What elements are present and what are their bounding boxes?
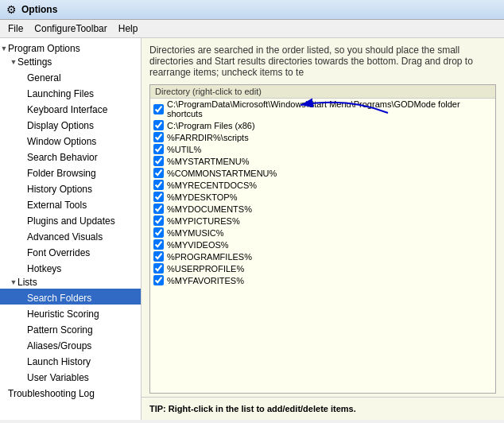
sidebar-item-history-options[interactable]: History Options (0, 180, 141, 196)
directory-item[interactable]: %MYVIDEOS% (150, 239, 495, 250)
item-label: Keyboard Interface (27, 104, 107, 115)
directory-item[interactable]: %PROGRAMFILES% (150, 250, 495, 262)
directory-items-container: C:\ProgramData\Microsoft\Windows\Start M… (150, 99, 495, 286)
dir-checkbox[interactable] (153, 192, 164, 202)
sidebar-item-troubleshooting-log[interactable]: Troubleshooting Log (0, 384, 141, 400)
dir-path: %MYMUSIC% (167, 228, 224, 238)
title-bar-text: Options (21, 4, 57, 15)
dir-checkbox[interactable] (153, 144, 164, 154)
dir-checkbox[interactable] (153, 275, 164, 285)
sidebar-item-launching-files[interactable]: Launching Files (0, 84, 141, 100)
sidebar-item-hotkeys[interactable]: Hotkeys (0, 259, 141, 275)
dir-path: %MYFAVORITES% (167, 276, 244, 285)
dir-checkbox[interactable] (153, 180, 164, 190)
sidebar-item-display-options[interactable]: Display Options (0, 116, 141, 132)
item-label: Search Behavior (27, 152, 98, 163)
item-label: Settings (17, 56, 52, 68)
content-area: Directories are searched in the order li… (142, 38, 504, 420)
tip-bar: TIP: Right-click in the list to add/edit… (142, 397, 504, 420)
item-label: Lists (17, 277, 37, 288)
sidebar-item-launch-history[interactable]: Launch History (0, 352, 141, 368)
sidebar-item-program-options[interactable]: ▼Program Options (0, 41, 141, 55)
title-bar: ⚙ Options (0, 0, 504, 20)
dir-path: %FARRDIR%\scripts (167, 133, 249, 142)
item-label: Plugins and Updates (27, 215, 115, 227)
sidebar-item-general[interactable]: General (0, 68, 141, 84)
item-label: Folder Browsing (27, 168, 96, 179)
sidebar-item-pattern-scoring[interactable]: Pattern Scoring (0, 320, 141, 336)
dir-path: %MYDOCUMENTS% (167, 204, 252, 214)
dir-checkbox[interactable] (153, 132, 164, 142)
item-label: General (27, 72, 61, 83)
dir-path: %MYDESKTOP% (167, 192, 237, 202)
item-label: Launching Files (27, 88, 94, 99)
directory-item[interactable]: %MYDESKTOP% (150, 191, 495, 203)
item-label: Launch History (27, 356, 91, 367)
dir-checkbox[interactable] (153, 215, 164, 226)
directory-item[interactable]: %COMMONSTARTMENU% (150, 167, 495, 179)
item-label: Pattern Scoring (27, 324, 93, 336)
tip-text: TIP: Right-click in the list to add/edit… (149, 404, 356, 413)
sidebar-item-keyboard-interface[interactable]: Keyboard Interface (0, 100, 141, 116)
dir-path: %MYSTARTMENU% (167, 157, 250, 166)
sidebar-item-folder-browsing[interactable]: Folder Browsing (0, 164, 141, 180)
sidebar-item-external-tools[interactable]: External Tools (0, 196, 141, 212)
dir-path: C:\ProgramData\Microsoft\Windows\Start M… (167, 99, 492, 118)
sidebar-item-window-options[interactable]: Window Options (0, 132, 141, 148)
expander-icon: ▼ (10, 278, 17, 286)
item-label: External Tools (27, 200, 87, 211)
sidebar-item-settings[interactable]: ▼Settings (0, 55, 141, 68)
dir-checkbox[interactable] (153, 263, 164, 274)
dir-path: %MYVIDEOS% (167, 240, 229, 250)
directory-item[interactable]: %FARRDIR%\scripts (150, 131, 495, 143)
menu-help[interactable]: Help (114, 21, 143, 36)
item-label: Search Folders (27, 293, 91, 304)
item-label: Heuristic Scoring (27, 309, 99, 320)
expander-icon: ▼ (10, 58, 17, 66)
sidebar-item-plugins-updates[interactable]: Plugins and Updates (0, 212, 141, 227)
item-label: History Options (27, 184, 92, 195)
dir-checkbox[interactable] (153, 168, 164, 178)
item-label: Font Overrides (27, 247, 90, 258)
directory-item[interactable]: C:\ProgramData\Microsoft\Windows\Start M… (150, 99, 495, 119)
dir-checkbox[interactable] (153, 204, 164, 214)
dir-path: %COMMONSTARTMENU% (167, 169, 277, 178)
directory-item[interactable]: %UTIL% (150, 143, 495, 155)
dir-checkbox[interactable] (153, 251, 164, 262)
sidebar-item-lists[interactable]: ▼Lists (0, 275, 141, 289)
directory-item[interactable]: %MYRECENTDOCS% (150, 179, 495, 191)
item-label: User Variables (27, 372, 89, 383)
directory-item[interactable]: %MYSTARTMENU% (150, 155, 495, 167)
menu-file[interactable]: File (3, 21, 28, 36)
sidebar-item-aliases-groups[interactable]: Aliases/Groups (0, 336, 141, 352)
directory-item[interactable]: %MYDOCUMENTS% (150, 203, 495, 215)
sidebar: ▼Program Options▼Settings General Launch… (0, 38, 142, 420)
dir-path: %UTIL% (167, 145, 201, 154)
title-bar-icon: ⚙ (6, 3, 17, 16)
dir-checkbox[interactable] (153, 156, 164, 166)
sidebar-item-heuristic-scoring[interactable]: Heuristic Scoring (0, 305, 141, 320)
menu-bar: File ConfigureToolbar Help (0, 20, 504, 38)
item-label: Window Options (27, 136, 96, 147)
sidebar-item-search-folders[interactable]: Search Folders (0, 289, 141, 305)
directory-item[interactable]: C:\Program Files (x86) (150, 119, 495, 131)
item-label: Hotkeys (27, 263, 61, 274)
sidebar-item-font-overrides[interactable]: Font Overrides (0, 243, 141, 259)
directory-item[interactable]: %USERPROFILE% (150, 262, 495, 274)
sidebar-item-advanced-visuals[interactable]: Advanced Visuals (0, 227, 141, 243)
directory-item[interactable]: %MYPICTURES% (150, 215, 495, 227)
directory-list-container: Directory (right-click to edit) C:\Progr… (149, 84, 496, 394)
dir-checkbox[interactable] (153, 104, 164, 114)
content-header: Directories are searched in the order li… (142, 38, 504, 81)
dir-checkbox[interactable] (153, 227, 164, 238)
directory-item[interactable]: %MYFAVORITES% (150, 274, 495, 286)
content-wrapper: Directory (right-click to edit) C:\Progr… (142, 81, 504, 397)
sidebar-item-user-variables[interactable]: User Variables (0, 368, 141, 384)
menu-configure-toolbar[interactable]: ConfigureToolbar (29, 21, 111, 36)
dir-checkbox[interactable] (153, 239, 164, 250)
item-label: Program Options (8, 43, 80, 54)
directory-item[interactable]: %MYMUSIC% (150, 227, 495, 239)
sidebar-item-search-behavior[interactable]: Search Behavior (0, 148, 141, 164)
directory-list-header: Directory (right-click to edit) (150, 85, 495, 99)
dir-checkbox[interactable] (153, 120, 164, 130)
